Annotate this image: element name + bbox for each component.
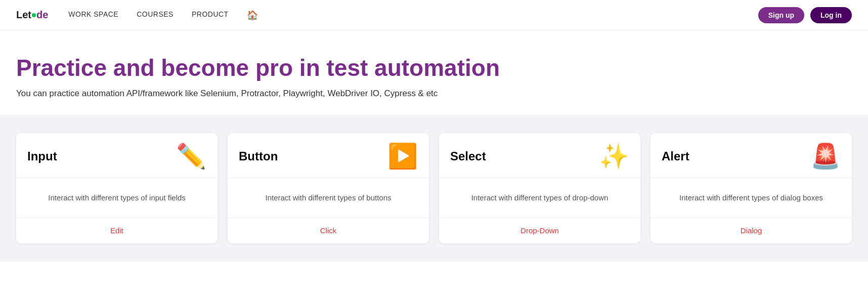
cards-grid: Input ✏️ Interact with different types o… [16, 133, 852, 244]
login-button[interactable]: Log in [810, 7, 852, 23]
play-icon: ▶️ [387, 144, 418, 168]
card-footer-3: Dialog [650, 218, 852, 243]
signup-button[interactable]: Sign up [758, 7, 804, 23]
nav-item-courses[interactable]: COURSES [137, 10, 173, 21]
dialog-link[interactable]: Dialog [741, 226, 762, 235]
card-button: Button ▶️ Interact with different types … [228, 133, 429, 244]
logo-dot [32, 13, 36, 17]
card-header-1: Button ▶️ [228, 133, 429, 178]
card-title-0: Input [27, 149, 57, 163]
pencil-icon: ✏️ [176, 144, 206, 168]
hero-section: Practice and become pro in test automati… [0, 30, 868, 115]
card-header-3: Alert 🚨 [650, 133, 852, 178]
nav-links: WORK SPACE COURSES PRODUCT 🏠 [68, 10, 758, 21]
click-link[interactable]: Click [320, 226, 337, 235]
wand-icon: ✨ [599, 144, 629, 168]
dropdown-link[interactable]: Drop-Down [520, 226, 559, 235]
card-title-1: Button [239, 149, 278, 163]
nav-item-product[interactable]: PRODUCT [192, 10, 229, 21]
logo: Letde [16, 9, 48, 21]
hero-heading: Practice and become pro in test automati… [16, 55, 852, 81]
hero-subtext: You can practice automation API/framewor… [16, 89, 852, 99]
navbar: Letde WORK SPACE COURSES PRODUCT 🏠 Sign … [0, 0, 868, 30]
card-alert: Alert 🚨 Interact with different types of… [650, 133, 852, 244]
logo-text-code: de [36, 9, 48, 21]
card-input: Input ✏️ Interact with different types o… [16, 133, 218, 244]
card-body-2: Interact with different types of drop-do… [439, 178, 640, 219]
card-body-3: Interact with different types of dialog … [650, 178, 852, 219]
card-title-3: Alert [662, 149, 689, 163]
nav-link-courses[interactable]: COURSES [137, 10, 173, 18]
logo-text-let: Let [16, 9, 31, 21]
edit-link[interactable]: Edit [110, 226, 123, 235]
alert-icon: 🚨 [810, 144, 841, 168]
nav-item-workspace[interactable]: WORK SPACE [68, 10, 118, 21]
card-select: Select ✨ Interact with different types o… [439, 133, 640, 244]
card-footer-1: Click [228, 218, 429, 243]
card-body-0: Interact with different types of input f… [16, 178, 218, 219]
card-header-0: Input ✏️ [16, 133, 218, 178]
nav-link-workspace[interactable]: WORK SPACE [68, 10, 118, 18]
card-footer-0: Edit [16, 218, 218, 243]
home-icon[interactable]: 🏠 [247, 10, 258, 20]
cards-section: Input ✏️ Interact with different types o… [0, 115, 868, 262]
nav-right: Sign up Log in [758, 7, 852, 23]
card-header-2: Select ✨ [439, 133, 640, 178]
nav-item-home[interactable]: 🏠 [247, 10, 258, 21]
card-body-1: Interact with different types of buttons [228, 178, 429, 219]
card-title-2: Select [450, 149, 486, 163]
nav-link-product[interactable]: PRODUCT [192, 10, 229, 18]
card-footer-2: Drop-Down [439, 218, 640, 243]
